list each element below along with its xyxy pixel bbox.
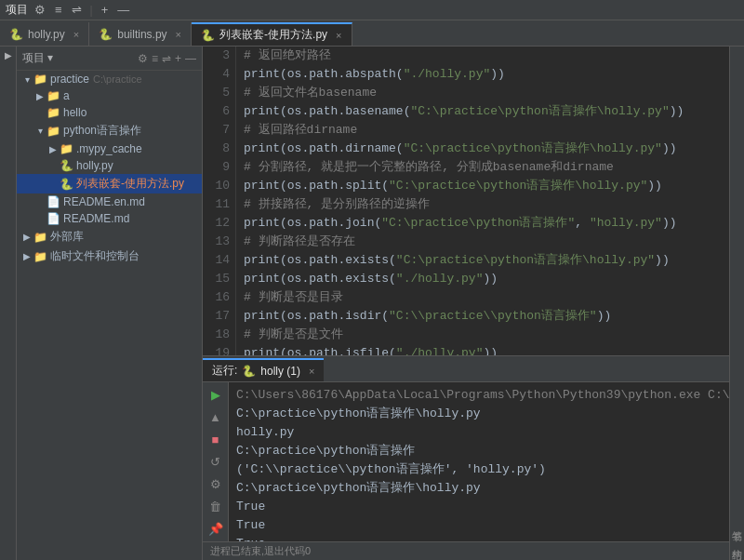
bottom-status: 进程已结束,退出代码0	[203, 541, 729, 560]
tree-item-readme-en[interactable]: ▶ 📄 README.en.md	[17, 193, 202, 210]
tree-item-mypy-cache[interactable]: ▶ 📁 .mypy_cache	[17, 140, 202, 157]
tab-list-methods-close[interactable]: ×	[336, 30, 341, 41]
tree-header: 项目 ▾ ⚙ ≡ ⇌ + —	[17, 47, 202, 71]
output-line-8: True	[236, 535, 722, 541]
output-line-6: True	[236, 498, 722, 516]
run-tab-bar: 运行: 🐍 holly (1) ×	[203, 356, 729, 382]
code-line-19: print(os.path.isfile("./holly.py"))	[244, 344, 722, 355]
code-line-3: # 返回绝对路径	[244, 47, 722, 65]
tree-label-readme: README.md	[63, 212, 129, 225]
tab-bar: 🐍 holly.py × 🐍 builtins.py × 🐍 列表嵌套-使用方法…	[0, 20, 744, 47]
run-btn-pin[interactable]: 📌	[206, 520, 225, 538]
line-numbers: 3 4 5 6 7 8 9 10 11 12 13 14 15 16 17 18…	[203, 47, 236, 355]
run-tab-close[interactable]: ×	[309, 366, 314, 377]
editor-content: 3 4 5 6 7 8 9 10 11 12 13 14 15 16 17 18…	[203, 47, 729, 355]
run-btn-play[interactable]: ▶	[209, 386, 222, 404]
output-line-1: C:\practice\python语言操作\holly.py	[236, 405, 722, 423]
code-line-5: # 返回文件名basename	[244, 84, 722, 102]
tree-icon-sync[interactable]: ⇌	[162, 52, 171, 65]
code-line-12: print(os.path.join("C:\practice\python语言…	[244, 214, 722, 233]
output-line-2: holly.py	[236, 423, 722, 442]
tree-item-list-methods-py[interactable]: ▶ 🐍 列表嵌套-使用方法.py	[17, 174, 202, 193]
sidebar-icon-1[interactable]: ▶	[2, 50, 15, 60]
tree-icon-minus[interactable]: —	[185, 52, 196, 65]
tree-label-external: 外部库	[50, 229, 84, 245]
tab-builtins-close[interactable]: ×	[176, 29, 181, 40]
run-tab-file-label: holly (1)	[260, 365, 300, 378]
tree-label-hello: hello	[63, 106, 86, 119]
toolbar-icon-list[interactable]: ≡	[52, 3, 65, 17]
tree-header-label: 项目 ▾	[22, 50, 53, 66]
run-tab-label: 运行:	[212, 363, 237, 379]
code-line-8: print(os.path.dirname("C:\practice\pytho…	[244, 140, 722, 158]
run-btn-settings[interactable]: ⚙	[208, 475, 223, 493]
tree-label-holly-py: holly.py	[76, 159, 113, 172]
tree-icon-add[interactable]: +	[175, 52, 181, 65]
toolbar-icon-minus[interactable]: —	[114, 3, 132, 17]
left-sidebar-icons: ▶	[0, 47, 17, 560]
code-line-11: # 拼接路径, 是分别路径的逆操作	[244, 195, 722, 214]
project-label: 项目	[6, 2, 28, 18]
tab-holly-label: holly.py	[28, 28, 65, 41]
editor-area: 3 4 5 6 7 8 9 10 11 12 13 14 15 16 17 18…	[203, 47, 729, 560]
tree-label-temp: 临时文件和控制台	[50, 248, 140, 264]
code-editor[interactable]: # 返回绝对路径 print(os.path.abspath("./holly.…	[236, 47, 729, 355]
tree-item-practice[interactable]: ▾ 📁 practice C:\practice	[17, 71, 202, 87]
run-btn-up[interactable]: ▲	[207, 408, 223, 426]
tree-item-readme[interactable]: ▶ 📄 README.md	[17, 210, 202, 227]
main-area: ▶ 项目 ▾ ⚙ ≡ ⇌ + — ▾ 📁 practice C:\practic…	[0, 47, 744, 560]
tree-icon-list[interactable]: ≡	[152, 52, 158, 65]
tree-item-external[interactable]: ▶ 📁 外部库	[17, 227, 202, 247]
tree-item-python-ops[interactable]: ▾ 📁 python语言操作	[17, 121, 202, 140]
code-line-7: # 返回路径dirname	[244, 121, 722, 140]
run-content: ▶ ▲ ■ ↺ ⚙ 🗑 📌 C:\Users\86176\AppData\Loc…	[203, 382, 729, 541]
tree-header-icons: ⚙ ≡ ⇌ + —	[138, 52, 196, 65]
tree-item-holly-py[interactable]: ▶ 🐍 holly.py	[17, 157, 202, 174]
run-output[interactable]: C:\Users\86176\AppData\Local\Programs\Py…	[229, 382, 729, 541]
tree-label-mypy-cache: .mypy_cache	[76, 142, 142, 155]
folder-icon-python-ops: 📁	[46, 125, 60, 138]
tab-list-methods-label: 列表嵌套-使用方法.py	[219, 27, 327, 43]
tree-label-readme-en: README.en.md	[63, 195, 145, 208]
tab-builtins-icon: 🐍	[99, 28, 113, 41]
output-line-4: ('C:\\practice\\python语言操作', 'holly.py')	[236, 460, 722, 479]
code-line-14: print(os.path.exists("C:\practice\python…	[244, 251, 722, 270]
code-line-15: print(os.path.exists("./holly.py"))	[244, 270, 722, 288]
folder-icon-practice: 📁	[33, 73, 47, 86]
folder-icon-external: 📁	[33, 231, 47, 244]
code-line-6: print(os.path.basename("C:\practice\pyth…	[244, 102, 722, 121]
code-line-9: # 分割路径, 就是把一个完整的路径, 分割成basename和dirname	[244, 158, 722, 177]
tab-holly-close[interactable]: ×	[73, 29, 79, 40]
output-line-cmd: C:\Users\86176\AppData\Local\Programs\Py…	[236, 386, 722, 405]
right-labels: 书签 结构	[729, 47, 744, 560]
tree-icon-settings[interactable]: ⚙	[138, 52, 148, 65]
run-btn-rerun[interactable]: ↺	[208, 453, 222, 471]
tab-holly-icon: 🐍	[9, 28, 23, 41]
tree-item-temp[interactable]: ▶ 📁 临时文件和控制台	[17, 247, 202, 266]
code-line-10: print(os.path.split("C:\practice\python语…	[244, 177, 722, 195]
tab-builtins-label: builtins.py	[117, 28, 166, 41]
tab-holly[interactable]: 🐍 holly.py ×	[0, 22, 89, 46]
run-tab-active[interactable]: 运行: 🐍 holly (1) ×	[203, 358, 324, 381]
md-icon-readme-en: 📄	[46, 195, 60, 208]
toolbar-sep: |	[88, 4, 95, 17]
tree-item-hello[interactable]: ▶ 📁 hello	[17, 104, 202, 121]
py-icon-holly: 🐍	[60, 159, 73, 172]
folder-icon-a: 📁	[46, 89, 60, 102]
tree-sublabel-practice: C:\practice	[93, 73, 142, 85]
tree-label-practice: practice	[50, 73, 89, 86]
toolbar-icon-settings[interactable]: ⚙	[32, 3, 48, 17]
toolbar-icon-add[interactable]: +	[99, 3, 112, 17]
py-icon-list-methods: 🐍	[60, 178, 73, 191]
tab-builtins[interactable]: 🐍 builtins.py ×	[89, 22, 192, 46]
status-text: 进程已结束,退出代码0	[210, 544, 311, 558]
code-line-4: print(os.path.abspath("./holly.py"))	[244, 65, 722, 84]
tree-label-list-methods-py: 列表嵌套-使用方法.py	[76, 176, 184, 192]
run-tab-file-icon: 🐍	[242, 365, 256, 378]
file-tree[interactable]: 项目 ▾ ⚙ ≡ ⇌ + — ▾ 📁 practice C:\practice …	[17, 47, 203, 560]
run-btn-stop[interactable]: ■	[210, 431, 221, 448]
run-btn-trash[interactable]: 🗑	[207, 498, 223, 515]
tab-list-methods[interactable]: 🐍 列表嵌套-使用方法.py ×	[192, 22, 352, 46]
tree-item-a[interactable]: ▶ 📁 a	[17, 87, 202, 104]
toolbar-icon-sync[interactable]: ⇌	[69, 3, 85, 17]
